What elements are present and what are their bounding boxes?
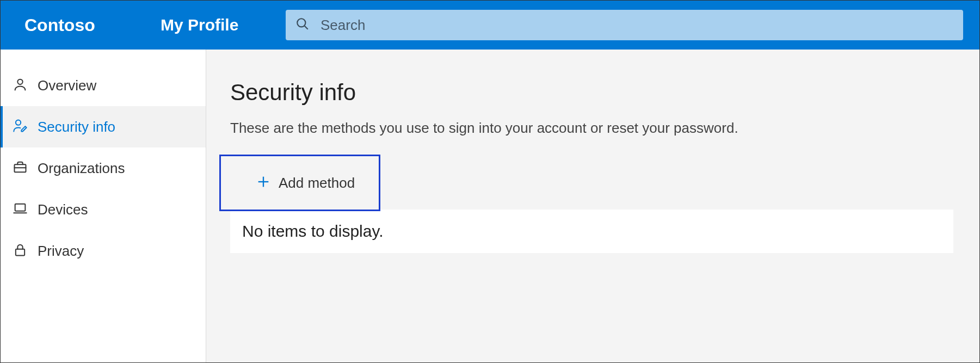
sidebar-item-privacy[interactable]: Privacy [1, 230, 206, 272]
body: Overview Security info Organizations [1, 50, 979, 362]
header-page-label: My Profile [161, 16, 286, 34]
sidebar-item-label: Overview [38, 77, 96, 94]
search-box[interactable] [286, 10, 963, 40]
svg-rect-6 [15, 204, 26, 211]
page-title: Security info [230, 79, 953, 106]
add-method-button[interactable]: Add method [219, 155, 380, 211]
svg-point-3 [16, 120, 21, 125]
svg-rect-8 [16, 249, 24, 256]
header: Contoso My Profile [1, 1, 979, 50]
plus-icon [256, 174, 271, 192]
search-icon [295, 17, 310, 33]
sidebar-item-label: Privacy [38, 243, 84, 260]
sidebar: Overview Security info Organizations [1, 50, 206, 362]
methods-list: No items to display. [230, 210, 953, 253]
briefcase-icon [13, 159, 28, 177]
person-icon [13, 77, 28, 94]
lock-icon [13, 242, 28, 260]
page-subtitle: These are the methods you use to sign in… [230, 120, 953, 137]
sidebar-item-security-info[interactable]: Security info [1, 106, 206, 147]
sidebar-item-label: Security info [38, 119, 115, 136]
search-input[interactable] [320, 17, 953, 34]
sidebar-item-overview[interactable]: Overview [1, 65, 206, 106]
sidebar-item-devices[interactable]: Devices [1, 189, 206, 230]
brand-name: Contoso [24, 15, 161, 35]
add-method-label: Add method [279, 175, 355, 192]
sidebar-item-organizations[interactable]: Organizations [1, 147, 206, 189]
main-content: Security info These are the methods you … [206, 50, 979, 362]
laptop-icon [13, 201, 28, 218]
svg-point-2 [17, 79, 22, 84]
empty-state-text: No items to display. [242, 222, 384, 241]
svg-rect-4 [15, 164, 26, 172]
methods-toolbar: Add method [230, 156, 953, 210]
sidebar-item-label: Devices [38, 201, 88, 218]
svg-line-1 [305, 26, 308, 29]
person-edit-icon [13, 118, 28, 136]
svg-point-0 [297, 19, 305, 27]
sidebar-item-label: Organizations [38, 160, 125, 177]
